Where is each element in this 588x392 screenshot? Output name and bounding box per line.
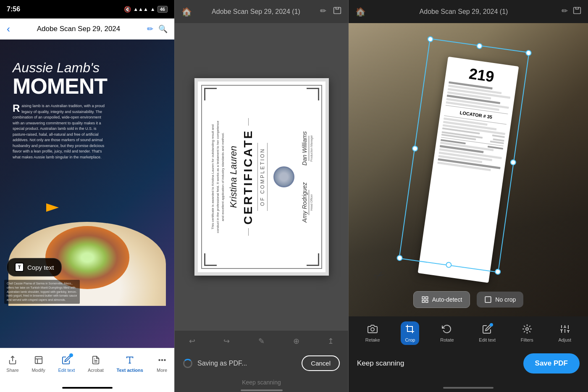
- t-icon: T: [15, 263, 24, 272]
- magazine-headline: Aussie Lamb's MOMENT: [13, 61, 107, 97]
- panel3-home-icon[interactable]: 🏠: [355, 7, 366, 17]
- more-label: More: [157, 368, 167, 373]
- nav-bar: ‹ Adobe Scan Sep 29, 2024 ✏ 🔍: [0, 18, 174, 39]
- panel3-crop-tool: 🏠 Adobe Scan Sep 29, 2024 (1) ✏ 219: [349, 0, 588, 392]
- toolbar-acrobat[interactable]: Acrobat: [88, 354, 104, 373]
- tool-retake[interactable]: Retake: [361, 321, 384, 345]
- toolbar-share[interactable]: Share: [6, 354, 18, 373]
- panel2-home-icon[interactable]: 🏠: [181, 7, 192, 17]
- home-indicator-3: [349, 384, 588, 392]
- home-bar: [62, 387, 113, 389]
- rotate-label: Rotate: [440, 337, 454, 342]
- panel3-action-bar: Keep scanning Save PDF: [349, 348, 588, 384]
- toolbar-edit-text[interactable]: Edit text: [58, 354, 75, 373]
- p2-share2-icon[interactable]: ↥: [328, 337, 334, 346]
- crop-label: Crop: [405, 337, 415, 342]
- mag-big-text: MOMENT: [13, 75, 107, 97]
- back-button[interactable]: ‹: [7, 23, 10, 35]
- keep-scanning-text[interactable]: Keep scanning: [357, 359, 404, 368]
- edit-text-icon-wrap: [482, 324, 492, 336]
- svg-rect-2: [35, 357, 42, 364]
- panel1-document-viewer: 7:56 🔇 ▲▲▲ ▲ 46 ‹ Adobe Scan Sep 29, 202…: [0, 0, 174, 392]
- dropcap: R: [13, 103, 20, 113]
- saving-text: Saving as PDF...: [197, 360, 247, 367]
- svg-rect-17: [422, 300, 424, 303]
- sig-2-text: Dan Williams: [301, 131, 308, 166]
- edit-text-badge: [69, 353, 73, 357]
- panel3-share-icon[interactable]: [573, 6, 581, 17]
- arrow-indicator: [46, 203, 59, 213]
- save-pdf-button[interactable]: Save PDF: [523, 353, 580, 374]
- toolbar-text-actions[interactable]: Text actions: [117, 354, 143, 373]
- svg-point-11: [164, 360, 165, 361]
- adjust-icon-wrap: [560, 324, 570, 336]
- panel3-tool-bar: Retake Crop: [349, 316, 588, 348]
- panel2-doc-area: This certificate is awarded to Kristina …: [175, 23, 348, 331]
- magazine-background: Aussie Lamb's MOMENT R aising lamb is an…: [0, 39, 174, 348]
- svg-rect-15: [425, 297, 428, 299]
- cancel-button[interactable]: Cancel: [302, 355, 340, 371]
- svg-marker-0: [46, 203, 59, 212]
- cert-line-right: [248, 118, 248, 126]
- sig-1-text: Amy Rodriguez: [301, 182, 308, 223]
- no-crop-button[interactable]: No crop: [477, 292, 523, 308]
- more-icon: [156, 354, 168, 366]
- search-icon[interactable]: 🔍: [158, 24, 168, 34]
- battery-icon: 46: [158, 6, 168, 13]
- bottom-toolbar: Share Modify Edit text: [0, 348, 174, 384]
- retake-icon-wrap: [368, 324, 378, 336]
- panel2-edit-icon[interactable]: ✏: [320, 6, 326, 17]
- panel3-header: 🏠 Adobe Scan Sep 29, 2024 (1) ✏: [349, 0, 588, 23]
- svg-rect-18: [486, 297, 491, 303]
- acrobat-icon: [90, 354, 102, 366]
- panel3-edit-icon[interactable]: ✏: [562, 6, 568, 17]
- panel2-header-icons: ✏: [320, 6, 341, 17]
- mute-icon: 🔇: [124, 6, 131, 13]
- panel2-saving: 🏠 Adobe Scan Sep 29, 2024 (1) ✏ This cer…: [174, 0, 349, 392]
- filters-icon-wrap: [522, 324, 532, 336]
- document-title: Adobe Scan Sep 29, 2024: [37, 25, 121, 33]
- svg-rect-16: [425, 300, 428, 303]
- auto-detect-button[interactable]: Auto-detect: [413, 291, 470, 308]
- share-icon: [7, 354, 18, 366]
- cert-body-text: This certificate is awarded to Kristina …: [210, 118, 226, 236]
- tool-edit-text[interactable]: Edit text: [475, 321, 500, 345]
- edit-text-icon: [60, 354, 72, 366]
- copy-text-button[interactable]: T Copy text: [7, 258, 62, 276]
- svg-rect-12: [334, 8, 341, 14]
- auto-detect-label: Auto-detect: [432, 296, 462, 303]
- document-image-area: Aussie Lamb's MOMENT R aising lamb is an…: [0, 39, 174, 348]
- sig-line-2: [309, 136, 309, 161]
- certificate-document: This certificate is awarded to Kristina …: [194, 78, 329, 276]
- p2-edit-icon[interactable]: ✎: [258, 337, 265, 346]
- svg-rect-14: [422, 297, 424, 299]
- cert-subtitle: OF COMPLETION: [257, 143, 268, 211]
- filters-label: Filters: [521, 337, 533, 342]
- toolbar-more[interactable]: More: [156, 354, 168, 373]
- tool-filters[interactable]: Filters: [517, 321, 538, 345]
- edit-text-tool-label: Edit text: [479, 337, 496, 342]
- panel2-saving-bar: Saving as PDF... Cancel: [175, 352, 348, 375]
- p2-redo-icon[interactable]: ↪: [223, 337, 230, 346]
- panel2-share-icon[interactable]: [333, 6, 341, 17]
- svg-point-10: [161, 360, 163, 361]
- sig-label-2: Production Manager: [310, 135, 313, 162]
- acrobat-label: Acrobat: [88, 368, 104, 373]
- cert-name: Kristina Lauren: [228, 146, 239, 208]
- toolbar-modify[interactable]: Modify: [32, 354, 45, 373]
- cert-sig-1: Amy Rodriguez Head Officer: [301, 182, 313, 223]
- tool-crop[interactable]: Crop: [401, 321, 419, 345]
- detect-bar: Auto-detect No crop: [349, 291, 588, 308]
- cert-dividers: CERTIFICATE: [242, 118, 255, 236]
- mag-italic-text: Aussie Lamb's: [13, 61, 107, 75]
- panel2-bottom-icons: ↩ ↪ ✎ ⊕ ↥: [175, 331, 348, 352]
- tool-rotate[interactable]: Rotate: [436, 321, 458, 345]
- p2-scan-icon[interactable]: ⊕: [293, 337, 299, 346]
- p2-undo-icon[interactable]: ↩: [189, 337, 195, 346]
- text-actions-label: Text actions: [117, 368, 143, 373]
- keep-scanning-label[interactable]: Keep scanning: [242, 379, 281, 386]
- keep-scanning-area: Keep scanning: [175, 375, 348, 390]
- edit-icon[interactable]: ✏: [147, 24, 153, 34]
- magazine-body: R aising lamb is an Australian tradition…: [13, 103, 107, 160]
- tool-adjust[interactable]: Adjust: [554, 321, 576, 345]
